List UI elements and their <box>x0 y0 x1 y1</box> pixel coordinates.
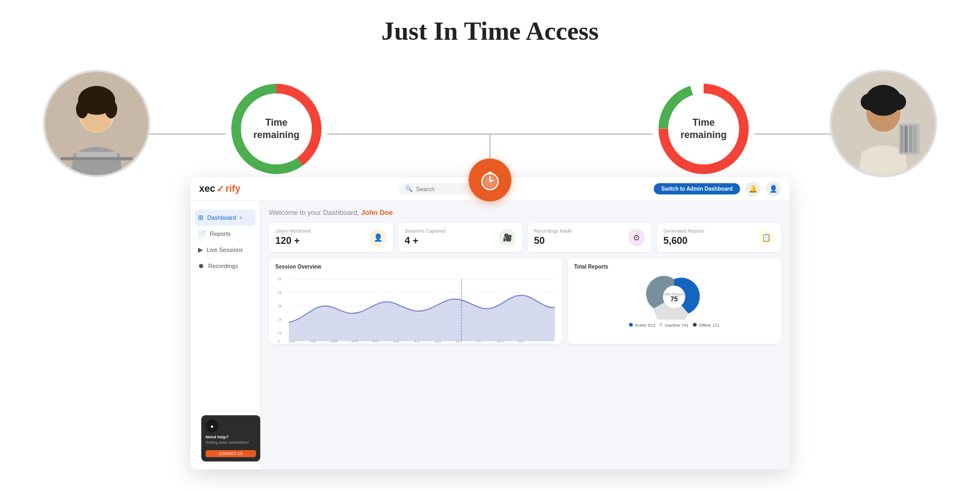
stat-info-recordings: Recordings Made 50 <box>534 228 572 247</box>
legend-offline: Offline 121 <box>693 323 720 328</box>
legend-inactive: Inactive 741 <box>659 323 688 328</box>
session-overview-card: Session Overview 5k 4k 3k 2k 1k 0 <box>269 258 562 344</box>
svg-rect-17 <box>901 126 904 153</box>
svg-point-15 <box>886 103 896 113</box>
person-right-image <box>832 72 935 175</box>
bottom-row: Session Overview 5k 4k 3k 2k 1k 0 <box>269 258 781 344</box>
nav-right: Switch to Admin Dashboard 🔔 👤 <box>654 182 781 197</box>
reports-icon: 📄 <box>198 230 206 237</box>
svg-text:5k: 5k <box>278 277 282 281</box>
svg-text:1k: 1k <box>278 330 282 335</box>
svg-text:NOV: NOV <box>497 340 504 343</box>
stats-row: Users Monitored 120 + 👤 Sessions Capture… <box>269 223 781 252</box>
help-icon: ● <box>206 420 218 432</box>
svg-text:FEB: FEB <box>310 340 317 343</box>
svg-text:JAN: JAN <box>289 340 295 343</box>
stat-value-generated-reports: 5,600 <box>663 235 705 247</box>
sidebar-label-reports: Reports <box>210 230 231 237</box>
live-sessions-icon: ▶ <box>198 246 203 254</box>
stat-card-sessions: Sessions Captured 4 + 🎥 <box>398 223 522 252</box>
stopwatch-icon <box>469 158 511 201</box>
notification-icon[interactable]: 🔔 <box>745 182 760 197</box>
svg-text:JUL: JUL <box>414 340 420 343</box>
stat-icon-users: 👤 <box>369 229 386 246</box>
svg-rect-6 <box>76 152 118 157</box>
help-widget: ● Need help? Getting stuck somewhere! CO… <box>201 415 260 461</box>
svg-text:2k: 2k <box>278 317 282 322</box>
svg-text:AUG: AUG <box>434 340 442 343</box>
sidebar-item-recordings[interactable]: ⏺ Recordings <box>191 258 260 274</box>
recordings-icon: ⏺ <box>198 262 204 270</box>
legend-active: Active 513 <box>629 323 655 328</box>
stat-value-users: 120 + <box>275 235 311 247</box>
welcome-text-static: Welcome to your Dashboard, <box>269 208 359 216</box>
session-chart: 5k 4k 3k 2k 1k 0 <box>275 274 556 338</box>
brand-logo: xec ✓ rify <box>199 183 240 195</box>
svg-text:MAY: MAY <box>372 340 379 343</box>
sidebar-label-dashboard: Dashboard <box>207 214 236 221</box>
stat-info-sessions: Sessions Captured 4 + <box>405 228 445 247</box>
svg-text:SEP: SEP <box>455 340 462 343</box>
person-left-image <box>45 72 148 175</box>
brand-check: ✓ <box>216 183 224 195</box>
dashboard-window: xec ✓ rify 🔍 Switch to Admin Dashboard 🔔… <box>191 177 789 470</box>
svg-point-13 <box>874 86 893 105</box>
legend-dot-inactive <box>659 323 663 327</box>
timer-right-label: Time remaining <box>678 117 729 142</box>
stat-icon-sessions: 🎥 <box>499 229 516 246</box>
welcome-user: John Doe <box>361 208 393 216</box>
stat-value-recordings: 50 <box>534 235 572 247</box>
svg-text:75: 75 <box>671 295 678 303</box>
timer-left: Time remaining <box>225 78 327 180</box>
sidebar-item-dashboard[interactable]: ⊞ Dashboard 9 <box>195 210 255 226</box>
stat-info-generated-reports: Generated Reports 5,600 <box>663 228 705 247</box>
stat-label-generated-reports: Generated Reports <box>663 228 705 234</box>
svg-point-14 <box>871 103 881 113</box>
contact-us-button[interactable]: CONTACT US <box>206 450 256 457</box>
admin-dashboard-button[interactable]: Switch to Admin Dashboard <box>654 183 740 194</box>
stat-label-recordings: Recordings Made <box>534 228 572 234</box>
session-overview-title: Session Overview <box>275 264 556 270</box>
stat-label-sessions: Sessions Captured <box>405 228 445 234</box>
stat-card-reports: Generated Reports 5,600 📋 <box>657 223 781 252</box>
svg-text:APR: APR <box>351 340 358 343</box>
timer-left-donut: Time remaining <box>225 78 327 180</box>
page-title: Just In Time Access <box>382 16 599 46</box>
sidebar-item-live-sessions[interactable]: ▶ Live Sessions <box>191 242 260 258</box>
stat-value-sessions: 4 + <box>405 235 445 247</box>
svg-rect-7 <box>61 157 133 160</box>
person-right <box>830 70 937 177</box>
svg-point-5 <box>105 100 117 119</box>
user-avatar-icon[interactable]: 👤 <box>766 182 781 197</box>
total-reports-title: Total Reports <box>574 264 774 270</box>
svg-text:OCT: OCT <box>476 340 483 343</box>
sidebar-label-live: Live Sessions <box>207 247 243 253</box>
brand-xec: xec <box>199 183 215 194</box>
svg-text:JUN: JUN <box>393 340 399 343</box>
stat-card-recordings: Recordings Made 50 ⊙ <box>528 223 652 252</box>
svg-point-4 <box>76 100 89 119</box>
help-subtitle: Getting stuck somewhere! <box>206 441 256 444</box>
reports-donut-container: Total Reports 75 Active 513 Inactive 741 <box>574 274 774 328</box>
svg-rect-19 <box>909 126 912 153</box>
svg-text:DEC: DEC <box>517 340 524 343</box>
sidebar-label-recordings: Recordings <box>208 263 238 269</box>
welcome-heading: Welcome to your Dashboard, John Doe <box>269 208 781 216</box>
sidebar-item-reports[interactable]: 📄 Reports <box>191 226 260 242</box>
svg-rect-20 <box>913 126 917 153</box>
total-reports-card: Total Reports Total Reports <box>568 258 781 344</box>
main-content: Welcome to your Dashboard, John Doe User… <box>260 201 789 470</box>
brand-rify: rify <box>225 183 240 194</box>
legend-dot-active <box>629 323 633 327</box>
reports-legend: Active 513 Inactive 741 Offline 121 <box>629 323 719 328</box>
search-icon: 🔍 <box>405 185 413 192</box>
timer-right: Time remaining <box>653 78 755 180</box>
stat-card-users: Users Monitored 120 + 👤 <box>269 223 393 252</box>
legend-dot-offline <box>693 323 697 327</box>
stat-info-users: Users Monitored 120 + <box>275 228 311 247</box>
svg-text:MAR: MAR <box>331 340 338 343</box>
svg-text:0: 0 <box>278 339 280 344</box>
timer-right-donut: Time remaining <box>653 78 755 180</box>
timer-left-label: Time remaining <box>251 117 302 142</box>
help-title: Need help? <box>206 435 256 439</box>
